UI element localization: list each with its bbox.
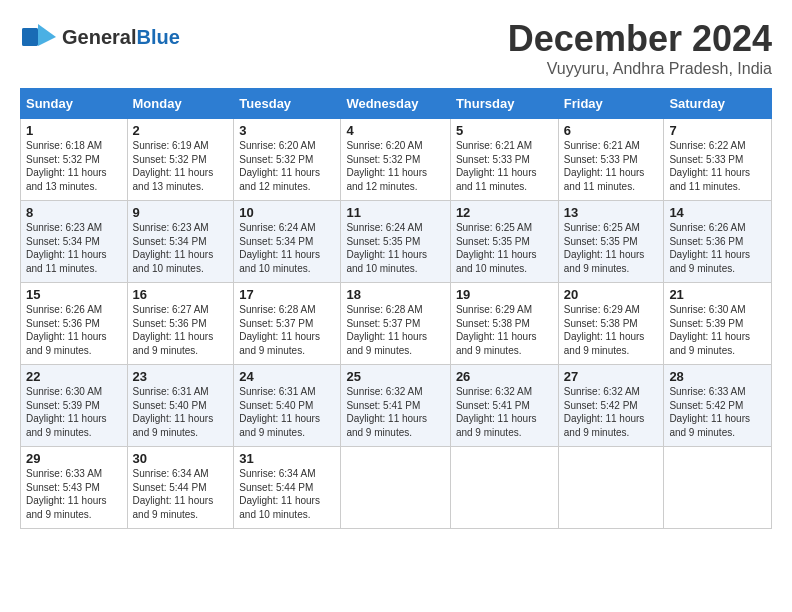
day-cell: 30Sunrise: 6:34 AM Sunset: 5:44 PM Dayli… [127,447,234,529]
day-cell: 25Sunrise: 6:32 AM Sunset: 5:41 PM Dayli… [341,365,450,447]
day-info: Sunrise: 6:31 AM Sunset: 5:40 PM Dayligh… [133,385,229,439]
logo-general: General [62,26,136,48]
col-header-friday: Friday [558,89,664,119]
day-cell: 7Sunrise: 6:22 AM Sunset: 5:33 PM Daylig… [664,119,772,201]
week-row-4: 22Sunrise: 6:30 AM Sunset: 5:39 PM Dayli… [21,365,772,447]
day-cell: 9Sunrise: 6:23 AM Sunset: 5:34 PM Daylig… [127,201,234,283]
day-info: Sunrise: 6:30 AM Sunset: 5:39 PM Dayligh… [669,303,766,357]
day-number: 21 [669,287,766,302]
day-cell: 2Sunrise: 6:19 AM Sunset: 5:32 PM Daylig… [127,119,234,201]
day-cell: 16Sunrise: 6:27 AM Sunset: 5:36 PM Dayli… [127,283,234,365]
day-cell: 24Sunrise: 6:31 AM Sunset: 5:40 PM Dayli… [234,365,341,447]
svg-rect-2 [22,28,38,46]
day-number: 19 [456,287,553,302]
day-number: 25 [346,369,444,384]
col-header-wednesday: Wednesday [341,89,450,119]
day-cell: 21Sunrise: 6:30 AM Sunset: 5:39 PM Dayli… [664,283,772,365]
day-cell: 1Sunrise: 6:18 AM Sunset: 5:32 PM Daylig… [21,119,128,201]
day-number: 23 [133,369,229,384]
day-cell: 4Sunrise: 6:20 AM Sunset: 5:32 PM Daylig… [341,119,450,201]
day-info: Sunrise: 6:21 AM Sunset: 5:33 PM Dayligh… [564,139,659,193]
day-cell [558,447,664,529]
day-info: Sunrise: 6:29 AM Sunset: 5:38 PM Dayligh… [456,303,553,357]
day-info: Sunrise: 6:24 AM Sunset: 5:35 PM Dayligh… [346,221,444,275]
day-cell: 22Sunrise: 6:30 AM Sunset: 5:39 PM Dayli… [21,365,128,447]
day-cell: 29Sunrise: 6:33 AM Sunset: 5:43 PM Dayli… [21,447,128,529]
day-cell [664,447,772,529]
day-number: 17 [239,287,335,302]
col-header-sunday: Sunday [21,89,128,119]
day-number: 11 [346,205,444,220]
page-header: GeneralBlue December 2024 Vuyyuru, Andhr… [20,18,772,78]
day-info: Sunrise: 6:28 AM Sunset: 5:37 PM Dayligh… [346,303,444,357]
header-row: SundayMondayTuesdayWednesdayThursdayFrid… [21,89,772,119]
day-cell: 20Sunrise: 6:29 AM Sunset: 5:38 PM Dayli… [558,283,664,365]
day-info: Sunrise: 6:32 AM Sunset: 5:42 PM Dayligh… [564,385,659,439]
day-info: Sunrise: 6:33 AM Sunset: 5:43 PM Dayligh… [26,467,122,521]
day-info: Sunrise: 6:26 AM Sunset: 5:36 PM Dayligh… [669,221,766,275]
location: Vuyyuru, Andhra Pradesh, India [508,60,772,78]
month-title: December 2024 [508,18,772,60]
day-cell: 5Sunrise: 6:21 AM Sunset: 5:33 PM Daylig… [450,119,558,201]
calendar-table: SundayMondayTuesdayWednesdayThursdayFrid… [20,88,772,529]
day-info: Sunrise: 6:18 AM Sunset: 5:32 PM Dayligh… [26,139,122,193]
logo-blue: Blue [136,26,179,48]
day-info: Sunrise: 6:33 AM Sunset: 5:42 PM Dayligh… [669,385,766,439]
day-info: Sunrise: 6:19 AM Sunset: 5:32 PM Dayligh… [133,139,229,193]
week-row-5: 29Sunrise: 6:33 AM Sunset: 5:43 PM Dayli… [21,447,772,529]
day-cell: 31Sunrise: 6:34 AM Sunset: 5:44 PM Dayli… [234,447,341,529]
day-number: 22 [26,369,122,384]
day-number: 20 [564,287,659,302]
week-row-1: 1Sunrise: 6:18 AM Sunset: 5:32 PM Daylig… [21,119,772,201]
day-info: Sunrise: 6:28 AM Sunset: 5:37 PM Dayligh… [239,303,335,357]
day-cell: 13Sunrise: 6:25 AM Sunset: 5:35 PM Dayli… [558,201,664,283]
day-info: Sunrise: 6:23 AM Sunset: 5:34 PM Dayligh… [133,221,229,275]
day-number: 4 [346,123,444,138]
day-number: 1 [26,123,122,138]
day-info: Sunrise: 6:24 AM Sunset: 5:34 PM Dayligh… [239,221,335,275]
day-number: 5 [456,123,553,138]
day-number: 15 [26,287,122,302]
day-number: 24 [239,369,335,384]
day-number: 12 [456,205,553,220]
day-info: Sunrise: 6:30 AM Sunset: 5:39 PM Dayligh… [26,385,122,439]
col-header-saturday: Saturday [664,89,772,119]
day-cell: 11Sunrise: 6:24 AM Sunset: 5:35 PM Dayli… [341,201,450,283]
day-cell: 27Sunrise: 6:32 AM Sunset: 5:42 PM Dayli… [558,365,664,447]
day-number: 16 [133,287,229,302]
day-number: 30 [133,451,229,466]
week-row-3: 15Sunrise: 6:26 AM Sunset: 5:36 PM Dayli… [21,283,772,365]
day-number: 3 [239,123,335,138]
day-number: 14 [669,205,766,220]
day-number: 27 [564,369,659,384]
day-info: Sunrise: 6:20 AM Sunset: 5:32 PM Dayligh… [346,139,444,193]
day-number: 13 [564,205,659,220]
day-number: 6 [564,123,659,138]
day-cell: 3Sunrise: 6:20 AM Sunset: 5:32 PM Daylig… [234,119,341,201]
day-info: Sunrise: 6:31 AM Sunset: 5:40 PM Dayligh… [239,385,335,439]
day-number: 28 [669,369,766,384]
day-cell: 15Sunrise: 6:26 AM Sunset: 5:36 PM Dayli… [21,283,128,365]
day-cell: 17Sunrise: 6:28 AM Sunset: 5:37 PM Dayli… [234,283,341,365]
title-block: December 2024 Vuyyuru, Andhra Pradesh, I… [508,18,772,78]
day-number: 10 [239,205,335,220]
day-cell [341,447,450,529]
svg-marker-1 [38,24,56,46]
day-cell: 23Sunrise: 6:31 AM Sunset: 5:40 PM Dayli… [127,365,234,447]
day-cell: 18Sunrise: 6:28 AM Sunset: 5:37 PM Dayli… [341,283,450,365]
day-info: Sunrise: 6:29 AM Sunset: 5:38 PM Dayligh… [564,303,659,357]
day-number: 26 [456,369,553,384]
col-header-tuesday: Tuesday [234,89,341,119]
col-header-monday: Monday [127,89,234,119]
day-info: Sunrise: 6:34 AM Sunset: 5:44 PM Dayligh… [133,467,229,521]
day-cell: 6Sunrise: 6:21 AM Sunset: 5:33 PM Daylig… [558,119,664,201]
day-number: 8 [26,205,122,220]
day-number: 31 [239,451,335,466]
day-info: Sunrise: 6:27 AM Sunset: 5:36 PM Dayligh… [133,303,229,357]
col-header-thursday: Thursday [450,89,558,119]
day-info: Sunrise: 6:25 AM Sunset: 5:35 PM Dayligh… [564,221,659,275]
day-info: Sunrise: 6:21 AM Sunset: 5:33 PM Dayligh… [456,139,553,193]
day-cell: 10Sunrise: 6:24 AM Sunset: 5:34 PM Dayli… [234,201,341,283]
logo: GeneralBlue [20,18,180,56]
day-number: 29 [26,451,122,466]
